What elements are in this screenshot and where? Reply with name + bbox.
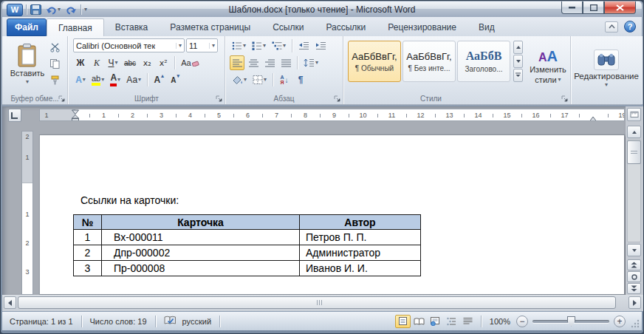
styles-more-button[interactable] (513, 69, 523, 82)
paste-button[interactable]: Вставить ▾ (8, 38, 47, 90)
table-cell[interactable]: Пр-000008 (102, 261, 300, 276)
hscroll-thumb[interactable] (18, 296, 616, 309)
line-spacing-button[interactable]: ▾ (301, 55, 321, 70)
copy-button[interactable] (47, 56, 62, 71)
scroll-right-button[interactable] (628, 296, 641, 309)
minimize-ribbon-button[interactable] (605, 21, 618, 33)
tab-references[interactable]: Ссылки (261, 18, 315, 36)
maximize-button[interactable] (583, 1, 604, 14)
word-count[interactable]: Число слов: 19 (87, 317, 150, 326)
help-button[interactable]: ? (624, 21, 636, 33)
align-center-button[interactable] (246, 55, 261, 70)
scroll-up-button[interactable] (627, 126, 641, 138)
close-button[interactable] (604, 1, 636, 14)
undo-dropdown-icon[interactable]: ▾ (58, 7, 61, 13)
table-cell[interactable]: 1 (74, 230, 102, 245)
numbering-button[interactable]: ▾ (250, 38, 268, 53)
style-normal[interactable]: АаБбВвГг, ¶ Обычный (348, 41, 401, 82)
clear-formatting-button[interactable]: Aa (179, 55, 201, 70)
indent-markers[interactable] (72, 109, 79, 121)
tab-insert[interactable]: Вставка (104, 18, 160, 36)
change-styles-button[interactable]: АА Изменить стили▾ (527, 39, 569, 94)
multilevel-dropdown-icon[interactable]: ▾ (283, 43, 286, 49)
line-spacing-dropdown-icon[interactable]: ▾ (315, 60, 318, 66)
font-size-dropdown-icon[interactable]: ▾ (209, 43, 215, 49)
highlight-button[interactable]: ab▾ (89, 72, 106, 87)
table-header-cell[interactable]: Карточка (102, 215, 300, 230)
font-color-button[interactable]: А▾ (108, 72, 123, 87)
right-indent-marker[interactable] (589, 116, 597, 121)
zoom-out-button[interactable]: − (516, 316, 528, 327)
underline-dropdown-icon[interactable]: ▾ (114, 60, 117, 66)
borders-button[interactable]: ▾ (250, 72, 269, 87)
style-heading1[interactable]: АаБбВ Заголово... (457, 41, 510, 82)
shading-button[interactable]: ▾ (230, 72, 249, 87)
vscroll-thumb[interactable] (627, 140, 641, 164)
shading-dropdown-icon[interactable]: ▾ (244, 77, 247, 83)
clipboard-dialog-launcher[interactable] (58, 95, 66, 103)
align-right-button[interactable] (262, 55, 277, 70)
change-case-button[interactable]: Аа▾ (124, 72, 143, 87)
font-name-dropdown-icon[interactable]: ▾ (176, 43, 182, 49)
paragraph-dialog-launcher[interactable] (333, 95, 341, 103)
vertical-ruler[interactable]: 2 1 1 2 3 (21, 131, 33, 295)
sort-button[interactable]: А Я ↓ (277, 72, 292, 87)
web-layout-view-button[interactable] (428, 315, 443, 328)
subscript-button[interactable]: x₂ (140, 55, 154, 70)
strikethrough-button[interactable]: abc (122, 55, 138, 70)
style-no-spacing[interactable]: АаБбВвГг, ¶ Без инте... (402, 41, 456, 82)
table-header-cell[interactable]: Автор (300, 215, 421, 230)
table-header-cell[interactable]: № (74, 215, 102, 230)
numbering-dropdown-icon[interactable]: ▾ (263, 43, 266, 49)
format-painter-button[interactable] (47, 72, 62, 87)
styles-scroll-up-button[interactable] (513, 41, 523, 54)
superscript-button[interactable]: x² (156, 55, 171, 70)
scroll-left-button[interactable] (4, 296, 16, 309)
justify-button[interactable] (278, 55, 293, 70)
decrease-indent-button[interactable] (296, 38, 312, 53)
italic-button[interactable]: K (89, 55, 104, 70)
qat-customize-icon[interactable]: ▾ (84, 7, 87, 13)
outline-view-button[interactable] (444, 315, 459, 328)
show-paragraph-marks-button[interactable]: ¶ (293, 72, 308, 87)
draft-view-button[interactable] (460, 315, 476, 328)
tab-selector-button[interactable] (8, 109, 21, 122)
zoom-slider-track[interactable] (532, 320, 609, 323)
change-case-dropdown-icon[interactable]: ▾ (138, 77, 141, 83)
tab-review[interactable]: Рецензирование (377, 18, 467, 36)
styles-dialog-launcher[interactable] (561, 95, 569, 103)
print-layout-view-button[interactable] (395, 315, 411, 328)
page-indicator[interactable]: Страница: 1 из 1 (7, 317, 76, 326)
previous-page-button[interactable] (627, 259, 641, 270)
resize-grip[interactable] (630, 318, 640, 329)
borders-dropdown-icon[interactable]: ▾ (264, 77, 267, 83)
paste-dropdown-icon[interactable]: ▾ (26, 79, 29, 85)
grow-font-button[interactable]: А▴ (151, 72, 166, 87)
editing-button[interactable]: Редактирование ▾ (575, 39, 637, 98)
font-color-dropdown-icon[interactable]: ▾ (117, 77, 120, 83)
table-cell[interactable]: 2 (74, 245, 102, 261)
highlight-dropdown-icon[interactable]: ▾ (101, 77, 104, 83)
table-cell[interactable]: Петров П. П. (300, 230, 421, 245)
font-dialog-launcher[interactable] (215, 95, 223, 103)
tab-file[interactable]: Файл (7, 18, 47, 36)
tab-view[interactable]: Вид (467, 18, 506, 36)
save-button[interactable] (30, 4, 42, 16)
text-effects-button[interactable]: А▾ (73, 72, 88, 87)
underline-button[interactable]: Ч▾ (106, 55, 120, 70)
undo-button[interactable]: ▾ (45, 4, 61, 16)
ruler-toggle-button[interactable] (627, 108, 641, 121)
text-effects-dropdown-icon[interactable]: ▾ (83, 77, 86, 83)
increase-indent-button[interactable] (313, 38, 329, 53)
redo-button[interactable] (64, 4, 78, 16)
minimize-button[interactable] (561, 1, 583, 14)
scroll-down-button[interactable] (627, 244, 641, 256)
zoom-level[interactable]: 100% (487, 317, 513, 326)
tab-page-layout[interactable]: Разметка страницы (159, 18, 261, 36)
bullets-dropdown-icon[interactable]: ▾ (243, 43, 246, 49)
document-page[interactable]: Ссылки на карточки: № Карточка Автор 1 В… (39, 134, 625, 295)
cut-button[interactable] (47, 40, 62, 55)
bold-button[interactable]: Ж (73, 55, 88, 70)
table-cell[interactable]: Дпр-000002 (102, 245, 300, 261)
language-indicator[interactable]: русский (179, 317, 214, 326)
